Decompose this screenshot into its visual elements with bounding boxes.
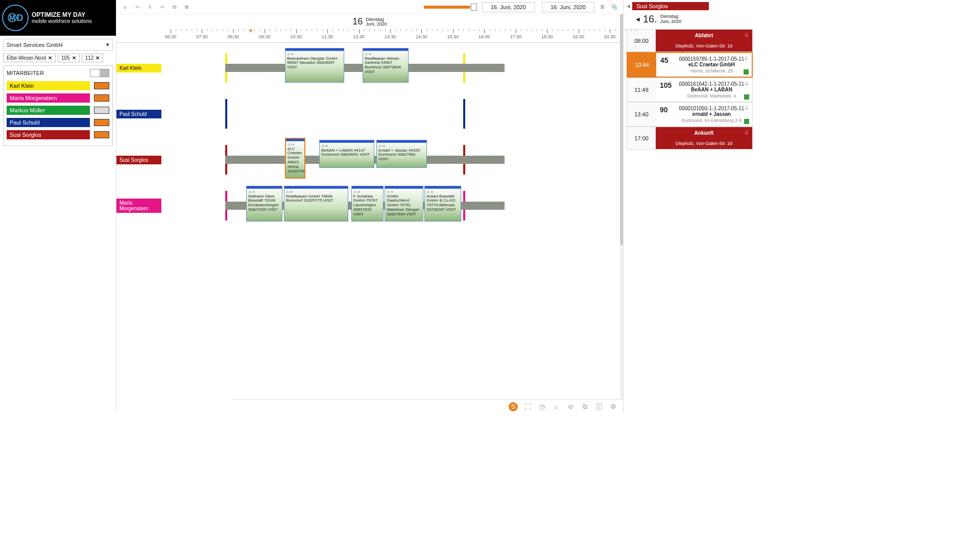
employee-indicator	[94, 119, 109, 126]
schedule-card[interactable]: ♤450000159785-1-1-2017-05-11eLC Craetav …	[656, 53, 752, 77]
selected-employee-badge[interactable]: Susi Sorglos	[632, 2, 709, 10]
timeline-header: 16 DienstagJuni, 2020 ▼ 06:3007:3008:300…	[116, 14, 623, 43]
row-karl: Karl Klein ⚠ ∞Beacantram Danglar GmbH 56…	[116, 45, 623, 91]
row-label[interactable]: Susi Sorglos	[116, 156, 161, 164]
schedule-item[interactable]: 08:00♤AbfahrtDiepholz, Von-Galen-Str. 19	[627, 29, 753, 52]
filter-chip[interactable]: 105✕	[58, 54, 80, 62]
bell-icon[interactable]: ♤	[744, 129, 749, 136]
row-label[interactable]: Maria Morgenstern	[116, 199, 161, 213]
task-card-selected[interactable]: ⚠ ∞eLC Craetav GmbH 44623 Herne 31825796	[285, 138, 305, 179]
bottom-bar: S ⛶ ◷ ⌕ ⊘ ⧉ ⿲ ⚙	[233, 399, 623, 413]
employee-chip[interactable]: Maria Morgenstern	[7, 93, 90, 103]
employee-indicator	[94, 107, 109, 114]
menu-icon[interactable]: ≣	[597, 3, 607, 12]
app-root: ⓂD OPTIMIZE MY DAY mobile workforce solu…	[0, 0, 756, 413]
task-card[interactable]: ⚠ ∞Ackart Beastaff GmbH & Co.KG 79774 Al…	[424, 186, 461, 222]
end-line	[463, 99, 465, 129]
filter-chips: Elbe-Weser-Nord✕ 105✕ 112✕	[3, 54, 113, 62]
employee-chip[interactable]: Paul Schuld	[7, 118, 90, 127]
schedule-time: 10:44	[628, 53, 656, 77]
map-icon[interactable]: ⛶	[523, 402, 532, 411]
down-icon[interactable]: ⇩	[145, 3, 154, 12]
task-card[interactable]: ⚠ ∞SGBD Daatschlend GmbH 79761 Waldshut-…	[385, 186, 423, 222]
search-icon[interactable]: ⌕	[552, 402, 561, 411]
view-toggle[interactable]	[90, 69, 109, 77]
task-card[interactable]: ⚠ ∞Walhaim Sterk Beastaff 78166 Donauesc…	[246, 186, 283, 222]
prev-icon[interactable]: ⇦	[133, 3, 142, 12]
tick-label: 15:30	[447, 34, 459, 39]
block-icon[interactable]: ⊘	[566, 402, 575, 411]
bell-icon[interactable]: ♤	[744, 55, 749, 62]
row-susi: Susi Sorglos ⚠ ∞eLC Craetav GmbH 44623 H…	[116, 137, 623, 183]
caret-left-icon[interactable]: ◀	[636, 16, 640, 22]
task-card[interactable]: ⚠ ∞Reaffaasan Weran-Zantrela 53567 Buchh…	[363, 48, 409, 83]
employee-chip[interactable]: Karl Klein	[7, 81, 90, 90]
date-from[interactable]: 16. Juni, 2020	[482, 2, 535, 12]
row-label[interactable]: Karl Klein	[116, 64, 161, 72]
stats-icon[interactable]: ⿲	[594, 402, 604, 411]
task-card[interactable]: ⚠ ∞ernald + Jassan 44329 Dortmund 308278…	[376, 140, 427, 168]
row-track[interactable]: ⚠ ∞Walhaim Sterk Beastaff 78166 Donauesc…	[161, 183, 619, 229]
employee-chip[interactable]: Susi Sorglos	[7, 130, 90, 139]
task-card[interactable]: ⚠ ∞F Schänka GmbH 79787 Lauchringen 3082…	[351, 186, 384, 222]
close-icon[interactable]: ✕	[95, 55, 100, 61]
row-track[interactable]	[161, 91, 619, 137]
schedule-card[interactable]: ♤AbfahrtDiepholz, Von-Galen-Str. 19	[656, 30, 752, 52]
schedule-item[interactable]: 13:40♤900000101050-1-1-2017-05-11ernald …	[627, 102, 753, 127]
schedule-time: 13:40	[627, 103, 656, 126]
list-icon[interactable]: ≡	[121, 3, 130, 12]
task-card[interactable]: ⚠ ∞Reaffaasan GmbH 79848 Bonndorf 318257…	[284, 186, 348, 222]
tick-label: 06:30	[165, 34, 177, 39]
tick-label: 13:30	[385, 34, 396, 39]
schedule-item[interactable]: 10:44♤450000159785-1-1-2017-05-11eLC Cra…	[627, 52, 753, 78]
close-icon[interactable]: ✕	[72, 55, 76, 61]
next-icon[interactable]: ⇨	[157, 3, 166, 12]
tick-label: 08:30	[228, 34, 240, 39]
schedule-item[interactable]: 11:49♤1050000161642-1-1-2017-05-11BeAAN …	[627, 78, 753, 102]
attachment-icon[interactable]: 📎	[610, 3, 619, 12]
bell-icon[interactable]: ♤	[744, 105, 749, 111]
scrollbar[interactable]	[620, 14, 623, 399]
tick-label: 20:30	[604, 34, 616, 39]
employee-indicator	[94, 94, 109, 102]
right-date: ◀ 16. DienstagJuni, 2020	[636, 13, 753, 25]
status-square	[744, 119, 749, 124]
status-square	[744, 94, 749, 100]
logo-title: OPTIMIZE MY DAY	[32, 12, 92, 18]
zoom-slider[interactable]	[424, 6, 475, 9]
row-label[interactable]: Paul Schuld	[116, 110, 161, 118]
schedule-item[interactable]: 17:00♤AnkunftDiepholz, Von-Galen-Str. 19	[627, 127, 753, 150]
employee-row[interactable]: Maria Morgenstern	[7, 93, 109, 103]
employee-chip[interactable]: Markus Müller	[7, 106, 90, 115]
employee-row[interactable]: Karl Klein	[7, 81, 109, 90]
filter-chip[interactable]: Elbe-Weser-Nord✕	[3, 54, 56, 62]
caret-left-icon[interactable]: ◀	[627, 4, 630, 9]
company-select[interactable]: Smart Services GmbH ▾	[3, 39, 113, 51]
task-card[interactable]: ⚠ ∞BeAAN + LABAN 44147 Dortmund 30828051…	[319, 140, 374, 168]
clock-icon[interactable]: ◷	[537, 402, 546, 411]
task-card[interactable]: ⚠ ∞Beacantram Danglar GmbH 56567 Neuwied…	[285, 48, 344, 83]
employee-row[interactable]: Susi Sorglos	[7, 130, 109, 139]
tick-label: 12:30	[353, 34, 365, 39]
schedule-time: 17:00	[627, 127, 656, 149]
route-icon[interactable]: S	[509, 402, 518, 411]
schedule-card[interactable]: ♤1050000161642-1-1-2017-05-11BeAAN + LAB…	[656, 78, 752, 102]
filter-chip[interactable]: 112✕	[82, 54, 104, 62]
row-track[interactable]: ⚠ ∞Beacantram Danglar GmbH 56567 Neuwied…	[161, 45, 619, 91]
logo-icon: ⓂD	[2, 5, 29, 31]
employee-row[interactable]: Markus Müller	[7, 106, 109, 115]
tick-label: 16:30	[479, 34, 490, 39]
copy-icon[interactable]: ⧉	[580, 402, 589, 411]
gear-icon[interactable]: ⚙	[609, 402, 618, 411]
tick-label: 19:30	[572, 34, 584, 39]
schedule-card[interactable]: ♤AnkunftDiepholz, Von-Galen-Str. 19	[656, 127, 752, 149]
row-track[interactable]: ⚠ ∞eLC Craetav GmbH 44623 Herne 31825796…	[161, 137, 619, 183]
schedule-card[interactable]: ♤900000101050-1-1-2017-05-11ernald + Jas…	[656, 103, 752, 126]
bell-icon[interactable]: ♤	[744, 32, 749, 38]
close-icon[interactable]: ✕	[48, 55, 52, 61]
zoom-out-icon[interactable]: ⊖	[170, 3, 179, 12]
bell-icon[interactable]: ♤	[744, 80, 749, 87]
date-to[interactable]: 16. Juni, 2020	[542, 2, 594, 12]
employee-row[interactable]: Paul Schuld	[7, 118, 109, 127]
zoom-in-icon[interactable]: ⊕	[182, 3, 191, 12]
